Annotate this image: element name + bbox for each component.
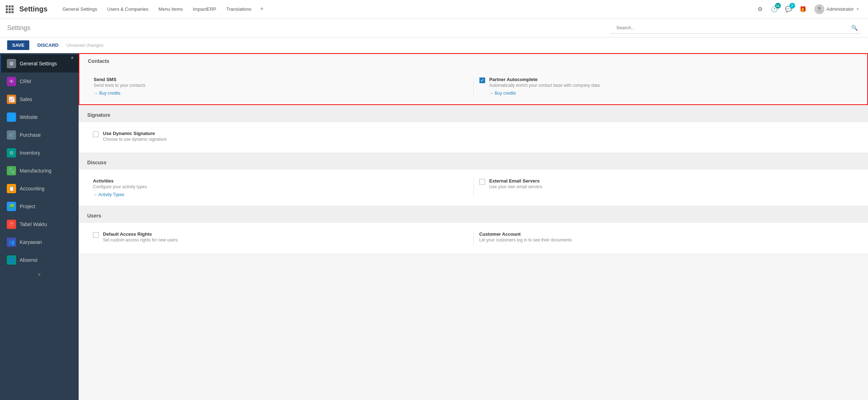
discard-button[interactable]: DISCARD — [32, 40, 63, 50]
sidebar-label-accounting: Accounting — [20, 186, 44, 191]
user-menu[interactable]: Administrator ▼ — [812, 4, 862, 14]
sidebar-item-crm[interactable]: 👁 CRM — [0, 72, 79, 90]
apps-grid-icon[interactable] — [6, 5, 14, 13]
avatar — [814, 4, 824, 14]
sidebar-item-project[interactable]: 🧩 Project — [0, 198, 79, 215]
gear-icon: ⚙ — [758, 6, 763, 12]
sidebar-item-manufacturing[interactable]: 🔧 Manufacturing — [0, 162, 79, 180]
nav-item-impacterp[interactable]: ImpactERP — [188, 0, 221, 19]
dynamic-signature-desc: Choose to use dynamic signature — [103, 137, 854, 142]
customer-account-desc: Let your customers log in to see their d… — [479, 238, 854, 242]
search-bar: 🔍 — [611, 22, 861, 34]
default-access-checkbox[interactable] — [93, 232, 99, 238]
gift-icon: 🎁 — [799, 6, 807, 12]
sidebar-label-purchase: Purchase — [20, 132, 41, 138]
signature-section-body: Use Dynamic Signature Choose to use dyna… — [79, 122, 868, 152]
search-input[interactable] — [613, 24, 851, 32]
save-button[interactable]: SAVE — [7, 40, 29, 50]
users-section-header: Users — [79, 209, 868, 223]
activities-content: Activities Configure your activity types… — [93, 178, 468, 197]
sidebar-label-project: Project — [20, 204, 35, 209]
nav-item-users-companies[interactable]: Users & Companies — [102, 0, 154, 19]
content-area: Contacts Send SMS Send texts to your con… — [79, 53, 868, 400]
external-email-title: External Email Servers — [489, 178, 854, 184]
signature-row: Use Dynamic Signature Choose to use dyna… — [87, 128, 859, 147]
dynamic-signature-content: Use Dynamic Signature Choose to use dyna… — [103, 131, 854, 144]
gift-icon-btn[interactable]: 🎁 — [797, 4, 809, 15]
send-sms-link[interactable]: → Buy credits — [94, 91, 120, 96]
sidebar-item-inventory[interactable]: ⚙ Inventory — [0, 144, 79, 162]
nav-item-general-settings[interactable]: General Settings — [58, 0, 102, 19]
users-section: Users Default Access Rights Set custom a… — [79, 209, 868, 253]
sidebar-scroll-down[interactable]: ▼ — [0, 269, 79, 280]
top-nav: Settings General Settings Users & Compan… — [0, 0, 868, 19]
clock-badge: 11 — [775, 3, 781, 9]
sidebar-icon-absensi: 👤 — [7, 255, 16, 265]
customer-account-content: Customer Account Let your customers log … — [479, 231, 854, 245]
activities-col: Activities Configure your activity types… — [87, 178, 474, 197]
sidebar-icon-website: 🌐 — [7, 112, 16, 122]
sidebar-item-purchase[interactable]: 🛒 Purchase — [0, 126, 79, 144]
chat-icon-btn[interactable]: 💬 7 — [783, 4, 794, 15]
sidebar-icon-karyawan: 👥 — [7, 238, 16, 247]
nav-plus-button[interactable]: + — [256, 0, 267, 19]
sidebar-item-absensi[interactable]: 👤 Absensi — [0, 251, 79, 269]
action-bar: SAVE DISCARD Unsaved changes — [0, 38, 868, 53]
default-access-col: Default Access Rights Set custom access … — [87, 231, 474, 245]
sidebar-item-karyawan[interactable]: 👥 Karyawan — [0, 233, 79, 251]
sidebar-icon-accounting: 📋 — [7, 184, 16, 193]
external-email-content: External Email Servers Use your own emai… — [489, 178, 854, 191]
sidebar-item-sales[interactable]: 📈 Sales — [0, 90, 79, 108]
contacts-section-header: Contacts — [79, 54, 867, 68]
sidebar-label-tabel-waktu: Tabel Waktu — [20, 221, 47, 227]
sidebar-up-arrow[interactable]: ▲ — [69, 53, 76, 61]
user-name: Administrator — [827, 6, 854, 12]
external-email-desc: Use your own email servers — [489, 184, 854, 189]
spacer-3 — [79, 206, 868, 209]
sidebar-label-crm: CRM — [20, 79, 31, 84]
partner-autocomplete-link[interactable]: → Buy credits — [489, 91, 516, 96]
settings-icon-btn[interactable]: ⚙ — [754, 4, 766, 15]
sidebar-item-website[interactable]: 🌐 Website — [0, 108, 79, 126]
send-sms-title: Send SMS — [94, 77, 468, 82]
search-icon[interactable]: 🔍 — [851, 25, 858, 31]
dynamic-signature-checkbox[interactable] — [93, 131, 99, 137]
sidebar-label-website: Website — [20, 114, 38, 120]
sidebar-icon-crm: 👁 — [7, 77, 16, 86]
users-row: Default Access Rights Set custom access … — [87, 229, 859, 248]
external-email-checkbox[interactable] — [479, 179, 485, 185]
sidebar-label-general: General Settings — [20, 61, 57, 66]
app-title: Settings — [19, 5, 48, 13]
sidebar-label-sales: Sales — [20, 96, 32, 102]
sidebar-item-tabel-waktu[interactable]: ⏱ Tabel Waktu — [0, 215, 79, 233]
contacts-section-body: Send SMS Send texts to your contacts → B… — [79, 68, 867, 104]
nav-right: ⚙ 🕐 11 💬 7 🎁 Administrator ▼ — [754, 4, 862, 15]
activities-desc: Configure your activity types — [93, 184, 468, 189]
svg-point-0 — [818, 7, 821, 10]
sidebar-item-general-settings[interactable]: ⚙ General Settings — [0, 55, 79, 72]
dropdown-arrow: ▼ — [856, 7, 859, 11]
nav-item-translations[interactable]: Translations — [221, 0, 256, 19]
sidebar-icon-project: 🧩 — [7, 202, 16, 211]
partner-autocomplete-title: Partner Autocomplete — [489, 77, 853, 82]
partner-autocomplete-checkbox[interactable] — [479, 78, 485, 83]
discuss-row: Activities Configure your activity types… — [87, 175, 859, 200]
sidebar-label-karyawan: Karyawan — [20, 239, 42, 245]
partner-autocomplete-content: Partner Autocomplete Automatically enric… — [489, 77, 853, 96]
dynamic-signature-col: Use Dynamic Signature Choose to use dyna… — [87, 131, 859, 144]
partner-autocomplete-col: Partner Autocomplete Automatically enric… — [474, 77, 859, 96]
sidebar-icon-tabel-waktu: ⏱ — [7, 220, 16, 229]
activities-title: Activities — [93, 178, 468, 184]
spacer-2 — [79, 152, 868, 155]
activities-link[interactable]: → Activity Types — [93, 192, 124, 197]
page-title: Settings — [7, 24, 30, 32]
contacts-settings-row: Send SMS Send texts to your contacts → B… — [88, 74, 859, 99]
discuss-section-body: Activities Configure your activity types… — [79, 170, 868, 206]
discuss-section-header: Discuss — [79, 155, 868, 170]
signature-section: Signature Use Dynamic Signature Choose t… — [79, 108, 868, 152]
sidebar-item-accounting[interactable]: 📋 Accounting — [0, 180, 79, 198]
clock-icon-btn[interactable]: 🕐 11 — [769, 4, 780, 15]
sidebar: ▲ ⚙ General Settings 👁 CRM 📈 Sales 🌐 Web… — [0, 53, 79, 400]
nav-item-menu-items[interactable]: Menu Items — [153, 0, 188, 19]
default-access-desc: Set custom access rights for new users — [103, 238, 468, 242]
